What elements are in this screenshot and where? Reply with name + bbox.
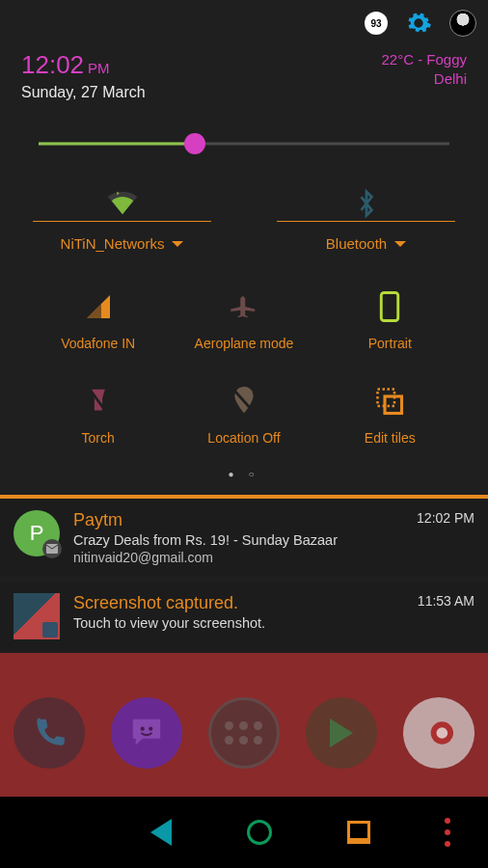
chevron-down-icon — [172, 241, 183, 253]
home-dock — [0, 677, 488, 789]
chevron-down-icon — [394, 241, 406, 253]
airplane-icon — [171, 289, 316, 324]
bluetooth-label: Bluetooth — [326, 235, 387, 252]
notif-time: 12:02 PM — [417, 510, 474, 565]
notification-shade: 93 12:02PM Sunday, 27 March 22°C - Foggy… — [0, 0, 488, 653]
user-avatar[interactable] — [449, 10, 476, 37]
nav-menu-button[interactable] — [445, 818, 450, 847]
tile-torch[interactable]: Torch — [25, 384, 171, 446]
dock-apps-icon[interactable] — [208, 697, 280, 769]
tiles-pager[interactable]: ● ○ — [0, 459, 488, 495]
tile-rotation[interactable]: Portrait — [317, 289, 463, 351]
notif-title: Paytm — [73, 510, 403, 530]
notif-line: Touch to view your screenshot. — [73, 615, 404, 631]
tile-label: Edit tiles — [317, 430, 463, 446]
tile-edit[interactable]: Edit tiles — [317, 384, 463, 446]
wifi-label: NiTiN_Networks — [61, 235, 165, 252]
tile-label: Aeroplane mode — [171, 336, 316, 351]
signal-icon — [25, 289, 171, 324]
svg-point-1 — [149, 727, 152, 731]
wifi-tile[interactable]: NiTiN_Networks — [0, 180, 244, 266]
tile-airplane[interactable]: Aeroplane mode — [171, 289, 316, 351]
clock-time: 12:02 — [21, 50, 84, 79]
portrait-icon — [317, 289, 463, 324]
notif-line: Crazy Deals from Rs. 19! - Sunday Bazaar — [73, 532, 403, 548]
tile-label: Location Off — [171, 430, 316, 446]
location-off-icon — [171, 384, 316, 419]
notif-sub: nitinvaid20@gmail.com — [73, 550, 403, 565]
notif-time: 11:53 AM — [418, 593, 474, 639]
wifi-icon — [0, 186, 244, 221]
notification-list: PPaytmCrazy Deals from Rs. 19! - Sunday … — [0, 499, 488, 651]
notification-paytm[interactable]: PPaytmCrazy Deals from Rs. 19! - Sunday … — [0, 499, 488, 577]
svg-rect-4 — [382, 292, 398, 320]
tile-location[interactable]: Location Off — [171, 384, 316, 446]
clock-ampm: PM — [88, 60, 110, 76]
brightness-slider[interactable] — [39, 124, 449, 163]
clock-date: Sunday, 27 March — [21, 84, 146, 101]
clock-block[interactable]: 12:02PM Sunday, 27 March — [21, 50, 146, 101]
dock-camera-icon[interactable] — [403, 697, 474, 769]
battery-badge[interactable]: 93 — [365, 12, 388, 35]
tile-cellular[interactable]: Vodafone IN — [25, 289, 171, 351]
dock-messages-icon[interactable] — [111, 697, 182, 769]
screenshot-thumb-icon — [14, 593, 60, 639]
nav-home-button[interactable] — [247, 820, 272, 845]
weather-block[interactable]: 22°C - Foggy Delhi — [381, 50, 467, 101]
weather-location: Delhi — [381, 69, 467, 89]
weather-summary: 22°C - Foggy — [381, 50, 467, 69]
dock-play-icon[interactable] — [306, 697, 377, 769]
shade-topbar: 93 — [0, 0, 488, 46]
torch-icon — [25, 384, 171, 419]
nav-recent-button[interactable] — [347, 821, 370, 844]
settings-gear-icon[interactable] — [405, 10, 432, 37]
quick-tiles-grid: Vodafone INAeroplane modePortraitTorchLo… — [0, 266, 488, 459]
tile-label: Torch — [25, 430, 171, 446]
tile-label: Vodafone IN — [25, 336, 171, 351]
svg-point-0 — [140, 727, 144, 731]
svg-point-3 — [437, 727, 448, 739]
mail-badge-icon — [42, 539, 62, 558]
edit-tiles-icon — [317, 384, 463, 419]
bluetooth-icon — [244, 186, 488, 221]
tile-label: Portrait — [317, 336, 463, 351]
notif-title: Screenshot captured. — [73, 593, 404, 613]
notification-screenshot[interactable]: Screenshot captured.Touch to view your s… — [0, 582, 488, 651]
dock-phone-icon[interactable] — [14, 697, 85, 769]
nav-back-button[interactable] — [150, 819, 172, 846]
nav-bar — [0, 797, 488, 868]
bluetooth-tile[interactable]: Bluetooth — [244, 180, 488, 266]
